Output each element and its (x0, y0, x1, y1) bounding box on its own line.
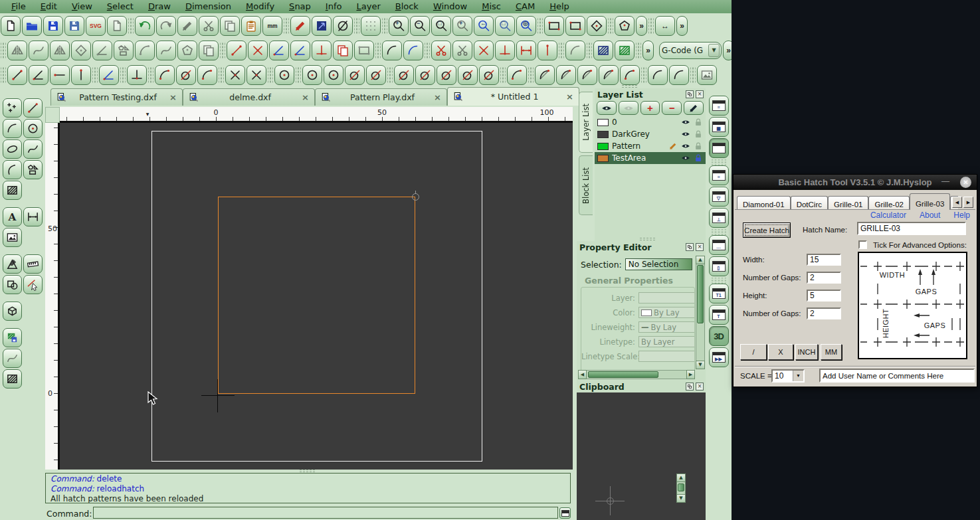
create-hatch-button[interactable]: Create Hatch (743, 222, 791, 238)
stretch-arrow-button[interactable]: ↔ (655, 16, 675, 36)
grid-toggle-button[interactable] (361, 16, 381, 36)
view-3d-toggle-button[interactable]: 3D (709, 326, 729, 346)
gcode-dropdown-arrow[interactable]: ▼ (708, 44, 720, 57)
zoom-out-button[interactable]: − (410, 16, 430, 36)
arc-continue-button[interactable] (620, 65, 640, 85)
panel-layer-list-button[interactable]: ≡ (709, 96, 729, 116)
save-button[interactable] (43, 16, 63, 36)
more-draw-tools-button[interactable]: » (636, 16, 647, 36)
dock-grip-top[interactable] (621, 84, 638, 88)
divide-button[interactable] (312, 41, 332, 60)
command-history-scrollbar[interactable]: ▲ ▼ (676, 474, 686, 503)
add-layer-button[interactable]: + (640, 101, 660, 115)
line-angle-reference-button[interactable] (99, 65, 119, 85)
arc-blend-button[interactable] (669, 65, 689, 85)
line-horizontal-button[interactable] (50, 65, 70, 85)
circle-radius-point-button[interactable] (345, 65, 365, 85)
close-tab-button[interactable]: × (566, 92, 573, 102)
circle-tan-tan-button[interactable] (176, 65, 196, 85)
draw-dimension-button[interactable] (23, 207, 43, 226)
arc-radius-button[interactable] (577, 65, 597, 85)
more-edit-tools-button[interactable]: » (676, 16, 688, 36)
property-field[interactable]: By Layer (638, 336, 695, 347)
op-button-x[interactable]: X (768, 344, 793, 360)
break-gap-button[interactable] (452, 41, 472, 60)
command-scroll-up[interactable]: ▲ (676, 474, 686, 482)
clipboard-close-button[interactable]: × (696, 383, 704, 390)
mirror-axis-button[interactable] (92, 41, 112, 60)
circle-2pt-button[interactable] (302, 65, 322, 85)
mirror-horizontal-button[interactable] (7, 41, 27, 60)
cut-button[interactable] (199, 16, 219, 36)
scale-dropdown-arrow[interactable]: ▼ (793, 371, 803, 381)
dock-tab-block-list[interactable]: Block List (579, 155, 593, 215)
cam-plot-button[interactable] (593, 41, 613, 60)
draw-shapes-button[interactable] (23, 160, 43, 179)
sketch-pencil-button[interactable] (290, 16, 310, 36)
line-vertical-button[interactable] (71, 65, 91, 85)
hatch-tab-diamond-01[interactable]: Diamond-01 (737, 196, 791, 210)
command-area-grip[interactable] (299, 469, 316, 472)
measure-ruler-button[interactable] (23, 254, 43, 274)
zoom-autofit-button[interactable]: ◎ (516, 16, 536, 36)
rectangle-corner-button[interactable] (565, 16, 585, 36)
snap-intersection-button[interactable] (516, 41, 536, 60)
hide-all-layers-button[interactable] (619, 101, 638, 115)
draw-ellipse-button[interactable] (3, 139, 22, 159)
scroll-right-arrow[interactable]: ▶ (686, 370, 695, 379)
remove-layer-button[interactable]: − (662, 101, 682, 115)
menu-snap[interactable]: Snap (282, 0, 318, 13)
panel-clipboard-button[interactable]: ▯ (709, 256, 729, 276)
close-tab-button[interactable]: × (302, 92, 309, 102)
bend-button[interactable] (156, 41, 176, 60)
property-horizontal-scrollbar[interactable]: ◀ ▶ (578, 370, 695, 379)
close-tab-button[interactable]: × (169, 92, 177, 102)
property-field[interactable] (638, 292, 695, 303)
panel-tool-1-button[interactable]: T1 (709, 284, 729, 303)
draw-text-button[interactable] (3, 207, 22, 226)
menu-block[interactable]: Block (388, 0, 426, 13)
vertical-scroll-thumb[interactable] (697, 265, 704, 323)
draw-arc-button[interactable] (3, 119, 22, 138)
convert-arc-button[interactable] (565, 41, 585, 60)
copy-button[interactable] (220, 16, 240, 36)
line-2pt-button[interactable] (7, 65, 27, 85)
document-tab[interactable]: delme.dxf× (183, 88, 315, 106)
rotate-entity-button[interactable] (135, 41, 155, 60)
measure-distance-button[interactable] (312, 16, 332, 36)
circle-3pt-button[interactable] (324, 65, 343, 85)
line-cross-button[interactable] (225, 65, 245, 85)
layer-list-float-button[interactable] (686, 90, 694, 98)
explode-block-button[interactable] (354, 41, 374, 60)
menu-view[interactable]: View (64, 0, 100, 13)
advanced-options-checkbox[interactable] (858, 240, 867, 249)
selection-dropdown[interactable]: No Selection (625, 258, 692, 270)
draw-line-button[interactable] (23, 98, 43, 118)
drawing-canvas[interactable] (60, 123, 573, 470)
calculator-link[interactable]: Calculator (870, 211, 906, 220)
menu-layer[interactable]: Layer (349, 0, 387, 13)
arc-tangent-button[interactable] (648, 65, 668, 85)
arc-angle-button[interactable] (599, 65, 619, 85)
circle-diameter-line-button[interactable] (366, 65, 386, 85)
layer-row[interactable]: DarkGrey (595, 128, 706, 140)
about-link[interactable]: About (920, 211, 940, 220)
tabs-scroll-left-button[interactable]: ◀ (952, 197, 962, 208)
menu-info[interactable]: Info (318, 0, 349, 13)
property-field[interactable] (638, 351, 695, 362)
command-scroll-down[interactable]: ▼ (676, 494, 686, 503)
boolean-shapes-button[interactable] (3, 275, 22, 294)
gcode-dropdown[interactable]: G-Code (G▼ (659, 42, 722, 59)
command-history[interactable]: Command: deleteCommand: reloadhatchAll h… (45, 473, 571, 503)
open-file-button[interactable] (22, 16, 42, 36)
menu-edit[interactable]: Edit (33, 0, 64, 13)
menu-cam[interactable]: CAM (508, 0, 542, 13)
hatch-lines-button[interactable] (3, 369, 22, 389)
menu-dimension[interactable]: Dimension (178, 0, 239, 13)
help-link[interactable]: Help (953, 211, 970, 220)
document-tab[interactable]: Pattern Testing.dxf× (50, 88, 183, 106)
tabs-scroll-right-button[interactable]: ▶ (963, 197, 973, 208)
field-input-3[interactable] (807, 307, 841, 319)
panel-list-button[interactable]: ≡ (709, 165, 729, 185)
mirror-vertical-button[interactable] (50, 41, 70, 60)
